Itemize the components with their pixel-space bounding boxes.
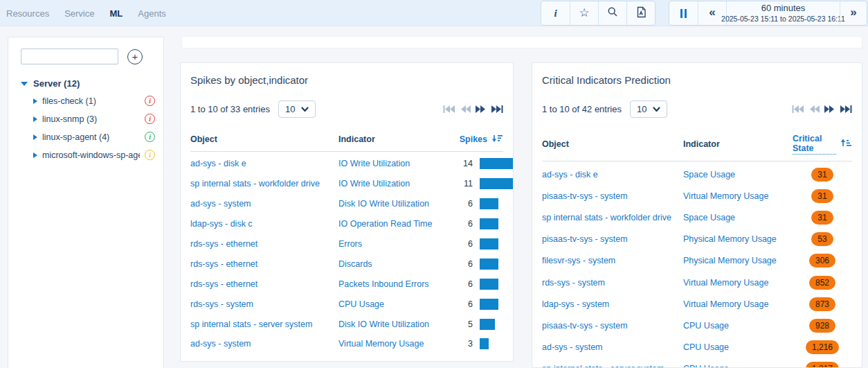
- indicator-link[interactable]: IO Write Utilization: [338, 159, 453, 168]
- indicator-link[interactable]: Physical Memory Usage: [683, 234, 793, 244]
- nav-item-service[interactable]: Service: [64, 8, 94, 19]
- object-link[interactable]: ad-sys - system: [190, 199, 338, 209]
- critical-state-badge[interactable]: 31: [811, 168, 833, 182]
- object-link[interactable]: sp internal stats - server system: [542, 364, 683, 368]
- nav-item-ml[interactable]: ML: [110, 8, 123, 19]
- tree-search-input[interactable]: [21, 49, 118, 64]
- indicator-link[interactable]: IO Operation Read Time: [338, 219, 453, 229]
- tree-item-linux-sp-agent[interactable]: linux-sp-agent (4) i: [33, 131, 155, 143]
- object-link[interactable]: pisaas-tv-sys - system: [542, 191, 683, 201]
- tree-item-linux-snmp[interactable]: linux-snmp (3) i: [33, 113, 155, 125]
- pager-next-button[interactable]: [475, 105, 487, 114]
- indicator-link[interactable]: CPU Usage: [683, 364, 793, 368]
- chevrons-left-icon: «: [709, 6, 715, 19]
- column-header-critical-state-sort[interactable]: Critical State: [793, 134, 852, 155]
- pager-next-button[interactable]: [824, 105, 836, 114]
- tree-item-microsoft-windows-sp-agent[interactable]: microsoft-windows-sp-age... i: [33, 149, 155, 161]
- object-link[interactable]: rds-sys - ethernet: [190, 239, 338, 249]
- favorite-button[interactable]: ☆: [570, 1, 598, 25]
- critical-state-badge[interactable]: 53: [811, 232, 833, 246]
- indicator-link[interactable]: Virtual Memory Usage: [683, 278, 793, 288]
- object-link[interactable]: pisaas-tv-sys - system: [542, 321, 683, 331]
- indicator-link[interactable]: Virtual Memory Usage: [338, 339, 453, 349]
- critical-state-badge[interactable]: 1,216: [806, 340, 839, 354]
- indicator-link[interactable]: Packets Inbound Errors: [338, 279, 453, 289]
- table-row: pisaas-tv-sys - systemPhysical Memory Us…: [542, 229, 852, 250]
- nav-item-resources[interactable]: Resources: [6, 8, 49, 19]
- pause-button[interactable]: [669, 1, 698, 25]
- indicator-link[interactable]: CPU Usage: [683, 321, 793, 331]
- object-link[interactable]: rds-sys - system: [542, 278, 683, 288]
- indicator-link[interactable]: Discards: [338, 259, 453, 269]
- page-size-select[interactable]: 10: [630, 100, 667, 118]
- pager-last-button[interactable]: [840, 105, 852, 114]
- indicator-link[interactable]: Space Usage: [683, 213, 793, 222]
- table-row: ad-sys - disk eSpace Usage31: [542, 164, 852, 185]
- object-link[interactable]: ad-sys - disk e: [190, 159, 338, 168]
- object-link[interactable]: ldap-sys - disk c: [190, 219, 338, 229]
- search-button[interactable]: [598, 1, 626, 25]
- page-size-select[interactable]: 10: [278, 100, 316, 118]
- pager-last-button[interactable]: [491, 105, 503, 114]
- object-link[interactable]: rds-sys - ethernet: [190, 259, 338, 269]
- object-link[interactable]: ldap-sys - system: [542, 299, 683, 309]
- spike-bar: [473, 198, 503, 209]
- critical-state-badge[interactable]: 306: [809, 254, 835, 268]
- column-header-spikes-sort[interactable]: Spikes: [460, 134, 503, 145]
- info-button[interactable]: i: [541, 1, 570, 25]
- pager-buttons: [443, 105, 503, 114]
- object-link[interactable]: rds-sys - system: [190, 299, 338, 309]
- object-link[interactable]: sp internal stats - workfolder drive: [190, 179, 338, 189]
- object-link[interactable]: ad-sys - system: [190, 339, 338, 349]
- critical-state-badge[interactable]: 852: [809, 276, 835, 290]
- critical-state-cell: 31: [793, 211, 852, 225]
- indicator-link[interactable]: Virtual Memory Usage: [683, 299, 793, 309]
- indicator-link[interactable]: Physical Memory Usage: [683, 256, 793, 265]
- critical-state-badge[interactable]: 31: [811, 211, 833, 225]
- critical-state-badge[interactable]: 31: [811, 189, 833, 203]
- indicator-link[interactable]: Disk IO Write Utilization: [338, 319, 453, 329]
- tree-root-server[interactable]: Server (12): [21, 78, 155, 89]
- star-icon: ☆: [579, 6, 589, 20]
- time-control-group: « 60 minutes 2025-05-23 15:11 to 2025-05…: [669, 1, 867, 26]
- time-forward-button[interactable]: »: [840, 1, 867, 25]
- nav-item-agents[interactable]: Agents: [138, 8, 165, 19]
- page-size-value: 10: [285, 104, 295, 114]
- pager-first-button[interactable]: [443, 105, 455, 114]
- critical-state-badge[interactable]: 1,217: [806, 362, 839, 368]
- object-link[interactable]: sp internal stats - server system: [190, 319, 338, 329]
- critical-state-badge[interactable]: 873: [809, 297, 835, 311]
- object-link[interactable]: sp internal stats - workfolder drive: [542, 213, 683, 222]
- time-range-display[interactable]: 60 minutes 2025-05-23 15:11 to 2025-05-2…: [726, 1, 840, 25]
- object-link[interactable]: rds-sys - ethernet: [190, 279, 338, 289]
- indicator-link[interactable]: IO Write Utilization: [338, 179, 453, 189]
- spike-bar: [473, 178, 514, 189]
- critical-state-cell: 31: [793, 189, 852, 203]
- object-link[interactable]: pisaas-tv-sys - system: [542, 234, 683, 244]
- critical-state-cell: 1,217: [793, 362, 852, 368]
- pagination-bar: 1 to 10 of 42 entries 10: [542, 100, 852, 118]
- pager-prev-button[interactable]: [808, 105, 820, 114]
- indicator-link[interactable]: CPU Usage: [683, 342, 793, 352]
- spike-bar: [473, 238, 503, 249]
- critical-state-cell: 306: [793, 254, 852, 268]
- object-link[interactable]: ad-sys - disk e: [542, 170, 683, 179]
- add-button[interactable]: +: [127, 49, 143, 64]
- indicator-link[interactable]: Errors: [338, 239, 453, 249]
- export-pdf-button[interactable]: [626, 1, 655, 25]
- critical-state-badge[interactable]: 928: [809, 319, 835, 333]
- indicator-link[interactable]: CPU Usage: [338, 299, 453, 309]
- tree-item-files-check[interactable]: files-check (1) i: [33, 95, 155, 107]
- indicator-link[interactable]: Virtual Memory Usage: [683, 191, 793, 201]
- spike-bar: [473, 259, 503, 270]
- sort-desc-icon: [491, 134, 503, 145]
- status-critical-icon: i: [145, 96, 155, 106]
- indicator-link[interactable]: Disk IO Write Utilization: [338, 199, 453, 209]
- indicator-link[interactable]: Space Usage: [683, 170, 793, 179]
- pager-first-button[interactable]: [792, 105, 804, 114]
- time-range-text: 2025-05-23 15:11 to 2025-05-23 16:11: [721, 15, 845, 24]
- object-link[interactable]: filesvr-sys - system: [542, 256, 683, 265]
- column-header-indicator: Indicator: [683, 139, 793, 149]
- pager-prev-button[interactable]: [459, 105, 471, 114]
- object-link[interactable]: ad-sys - system: [542, 342, 683, 352]
